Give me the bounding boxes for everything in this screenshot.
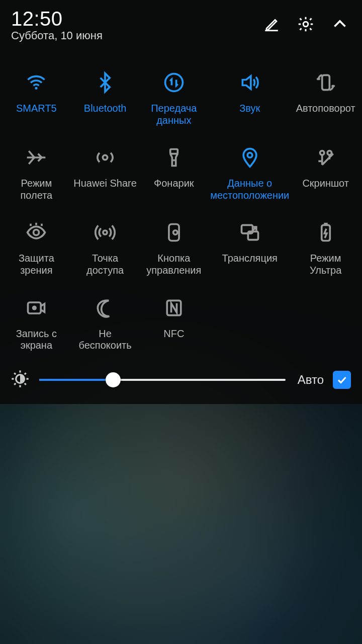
tile-nfc-label: NFC [163,328,184,340]
tile-screenshot-label: Скриншот [302,178,348,190]
svg-point-22 [32,305,37,310]
hotspot-icon [92,219,118,246]
auto-brightness-checkbox[interactable] [333,371,351,389]
quick-settings-grid: SMART5 Bluetooth Передача данных [0,44,362,352]
tile-airplane[interactable]: Режим полета [2,144,71,201]
tile-cast-label: Трансляция [222,253,278,265]
brightness-slider[interactable] [39,370,286,390]
tile-dnd-label: Не беспокоить [73,328,138,352]
svg-point-9 [327,151,331,155]
tile-huawei-share-label: Huawei Share [73,178,137,190]
huawei-share-icon [92,144,118,171]
tile-ultra-power[interactable]: Режим Ультра [291,219,360,276]
panel-header: 12:50 Суббота, 10 июня [0,5,362,44]
tile-mobile-data-label: Передача данных [141,103,206,126]
screenshot-icon [313,144,339,171]
tile-autorotate-label: Автоповорот [296,103,355,115]
svg-point-16 [173,230,177,234]
svg-point-8 [320,151,324,155]
eye-icon [23,219,49,246]
auto-brightness-label: Авто [298,373,324,387]
wifi-icon [23,69,49,96]
bluetooth-icon [92,69,118,96]
airplane-icon [23,144,49,171]
status-time: 12:50 [11,8,103,29]
location-icon [237,144,263,171]
svg-rect-3 [322,75,329,90]
quick-settings-panel: 12:50 Суббота, 10 июня [0,0,362,404]
tile-flashlight-label: Фонарик [154,178,194,190]
tile-cast[interactable]: Трансляция [208,219,291,276]
mobile-data-icon [161,69,187,96]
svg-point-1 [35,87,38,90]
svg-point-14 [103,230,107,234]
tile-bluetooth-label: Bluetooth [84,103,127,115]
tile-bluetooth[interactable]: Bluetooth [71,69,140,126]
settings-icon[interactable] [296,14,316,34]
tile-screenshot[interactable]: Скриншот [291,144,360,201]
tile-wifi[interactable]: SMART5 [2,69,71,126]
svg-point-10 [34,230,39,235]
svg-line-30 [25,383,26,385]
tile-mobile-data[interactable]: Передача данных [139,69,208,126]
tile-hotspot[interactable]: Точка доступа [71,219,140,276]
tile-ultra-power-label: Режим Ультра [293,253,358,276]
nav-dock-icon [161,219,187,246]
tile-flashlight[interactable]: Фонарик [139,144,208,201]
tile-hotspot-label: Точка доступа [73,253,138,276]
tile-location-label: Данные о местоположении [210,178,289,201]
collapse-icon[interactable] [330,14,350,34]
clock-block: 12:50 Суббота, 10 июня [11,8,103,42]
tile-huawei-share[interactable]: Huawei Share [71,144,140,201]
tile-nfc[interactable]: NFC [139,295,208,352]
status-date: Суббота, 10 июня [11,29,103,42]
svg-point-7 [247,153,252,158]
svg-line-31 [14,383,16,385]
tile-location[interactable]: Данные о местоположении [208,144,291,201]
moon-icon [92,295,118,321]
tile-wifi-label: SMART5 [16,103,57,115]
screen-record-icon [23,295,49,321]
battery-icon [313,219,339,246]
tile-sound[interactable]: Звук [208,69,291,126]
tile-eye-comfort[interactable]: Защита зрения [2,219,71,276]
svg-point-0 [303,22,308,27]
nfc-icon [161,295,187,321]
svg-line-29 [14,373,16,374]
tile-screen-record[interactable]: Запись с экрана [2,295,71,352]
tile-autorotate[interactable]: Автоповорот [291,69,360,126]
tile-dnd[interactable]: Не беспокоить [71,295,140,352]
svg-point-4 [103,155,107,160]
svg-point-2 [165,74,183,92]
tile-nav-dock-label: Кнопка управления [141,253,206,276]
edit-icon[interactable] [261,14,282,34]
tile-nav-dock[interactable]: Кнопка управления [139,219,208,276]
cast-icon [237,219,263,246]
tile-eye-comfort-label: Защита зрения [4,253,69,276]
tile-screen-record-label: Запись с экрана [4,328,69,352]
flashlight-icon [161,144,187,171]
tile-sound-label: Звук [239,103,260,115]
svg-line-32 [25,373,26,374]
autorotate-icon [313,69,339,96]
brightness-row: Авто [0,352,362,395]
tile-airplane-label: Режим полета [4,178,69,201]
svg-rect-5 [170,149,177,154]
brightness-icon [10,369,30,391]
sound-icon [237,69,263,96]
